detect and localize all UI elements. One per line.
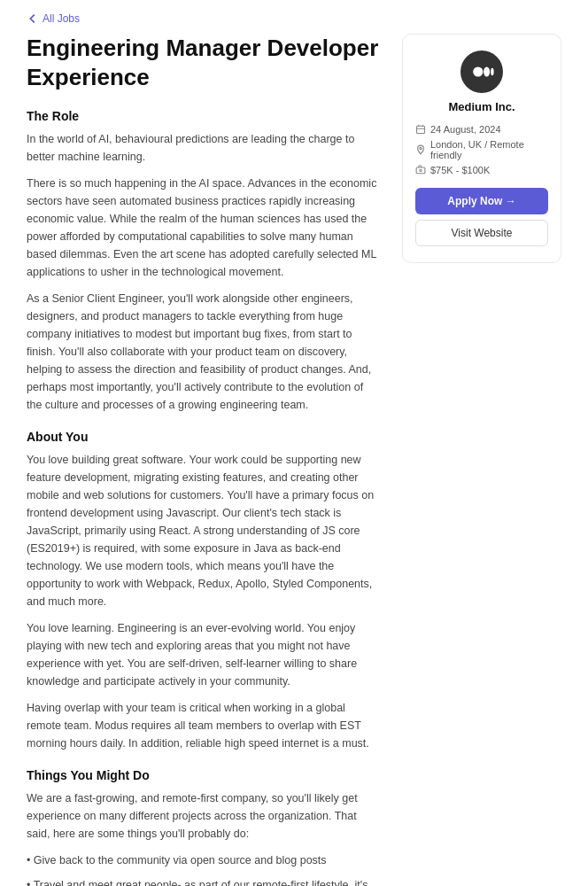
- svg-point-6: [420, 169, 422, 171]
- section-heading-role: The Role: [27, 109, 381, 123]
- back-nav[interactable]: All Jobs: [0, 0, 588, 34]
- main-layout: Engineering Manager Developer Experience…: [0, 34, 588, 886]
- svg-point-4: [420, 147, 422, 149]
- role-para-3: As a Senior Client Engineer, you'll work…: [27, 290, 381, 414]
- section-heading-things: Things You Might Do: [27, 768, 381, 782]
- back-label: All Jobs: [43, 12, 80, 25]
- bullet-2: • Travel and meet great people- as part …: [27, 876, 381, 886]
- company-logo: [460, 51, 503, 93]
- meta-date: 24 August, 2024: [415, 124, 548, 135]
- company-name: Medium Inc.: [415, 100, 548, 113]
- meta-salary: $75K - $100K: [415, 165, 548, 175]
- location-icon: [415, 144, 426, 155]
- bullet-1: • Give back to the community via open so…: [27, 851, 381, 869]
- content-area: Engineering Manager Developer Experience…: [27, 34, 381, 886]
- role-para-1: In the world of AI, behavioural predicti…: [27, 130, 381, 166]
- calendar-icon: [415, 124, 426, 135]
- apply-button[interactable]: Apply Now →: [415, 188, 548, 214]
- meta-location-text: London, UK / Remote friendly: [430, 139, 548, 160]
- about-para-3: Having overlap with your team is critica…: [27, 699, 381, 752]
- svg-rect-3: [417, 126, 425, 133]
- meta-salary-text: $75K - $100K: [430, 165, 490, 175]
- about-para-2: You love learning. Engineering is an eve…: [27, 619, 381, 690]
- visit-website-button[interactable]: Visit Website: [415, 220, 548, 246]
- svg-rect-5: [416, 167, 425, 174]
- svg-point-2: [491, 68, 494, 75]
- about-para-1: You love building great software. Your w…: [27, 451, 381, 610]
- sidebar-card: Medium Inc. 24 August, 2024 London, UK /…: [402, 34, 561, 263]
- meta-date-text: 24 August, 2024: [430, 124, 501, 135]
- svg-point-1: [484, 66, 490, 76]
- things-intro: We are a fast-growing, and remote-first …: [27, 789, 381, 843]
- role-para-2: There is so much happening in the AI spa…: [27, 175, 381, 281]
- section-heading-about: About You: [27, 430, 381, 444]
- meta-location: London, UK / Remote friendly: [415, 139, 548, 160]
- svg-point-0: [473, 66, 483, 76]
- job-title: Engineering Manager Developer Experience: [27, 34, 381, 91]
- salary-icon: [415, 165, 426, 175]
- arrow-left-icon: [27, 12, 39, 25]
